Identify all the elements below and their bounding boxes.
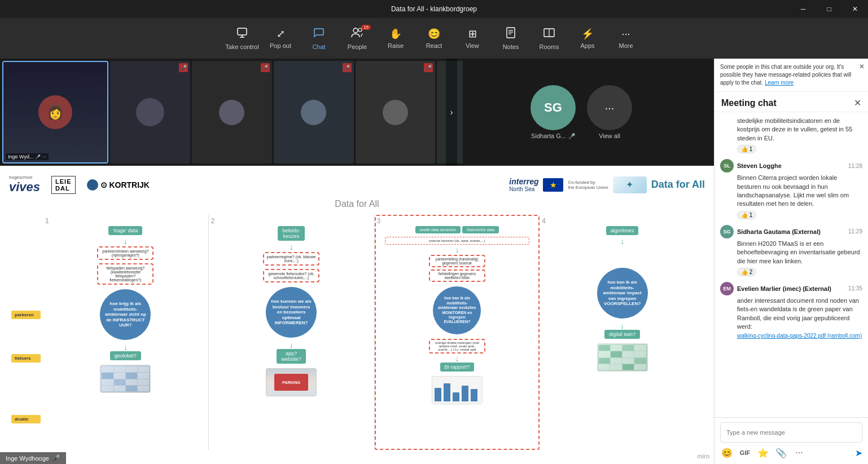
chat-button[interactable]: Chat <box>301 23 337 54</box>
view-all-participant[interactable]: ··· View all <box>587 85 632 139</box>
video-thumb-4[interactable]: 🎤 <box>274 61 354 163</box>
svg-point-3 <box>353 28 358 33</box>
col2-card: PARKING <box>266 368 317 396</box>
col4-map <box>598 344 647 371</box>
col3-text1: parkeertelling (handmatig) gegevens scan… <box>429 255 485 267</box>
rooms-icon <box>543 27 555 41</box>
pop-out-label: Pop out <box>270 42 291 49</box>
strip-nav-right[interactable]: › <box>446 59 457 166</box>
raise-icon: ✋ <box>389 28 402 40</box>
msg2-avatar: SL <box>720 159 734 173</box>
label-parkeren: parkeren <box>11 311 41 319</box>
chat-input[interactable] <box>720 422 862 443</box>
speaker-label: Inge Wydhooge 🎤 <box>0 452 66 464</box>
video-thumb-3[interactable]: 🎤 <box>192 61 272 163</box>
emoji-button[interactable]: 😊 <box>720 446 734 459</box>
chat-icon <box>313 27 325 41</box>
msg2-text: Binnen Citerra project worden lokale bes… <box>737 174 862 209</box>
flow-col-2: 2 beleids-keuzes ↓ parkeerregime? (vb. b… <box>209 215 375 450</box>
chat-input-area: 😊 GIF ⭐ 📎 ··· ➤ <box>714 417 868 464</box>
minimize-button[interactable]: ─ <box>790 0 816 18</box>
col1-bottom: geoloket? <box>110 351 141 360</box>
col3-headers: snelle data sensoren historische data <box>377 226 538 236</box>
arrow-col1: ↓ <box>124 237 128 245</box>
take-control-button[interactable]: Take control <box>224 23 260 54</box>
chat-header: Meeting chat ✕ <box>714 92 868 112</box>
speaker-name: Inge Wydhooge <box>6 455 49 462</box>
sticker-button[interactable]: ⭐ <box>756 446 770 459</box>
msg4-text: ander interessant document rond noden va… <box>737 297 862 332</box>
rooms-label: Rooms <box>540 43 559 50</box>
col3-header1: snelle data sensoren <box>415 226 461 233</box>
msg3-reaction[interactable]: 👍 2 <box>737 268 756 276</box>
rooms-button[interactable]: Rooms <box>531 23 567 54</box>
msg4-time: 11:35 <box>848 285 862 291</box>
learn-more-link[interactable]: Learn more <box>765 79 794 86</box>
view-icon: ⊞ <box>468 28 477 40</box>
chat-close-button[interactable]: ✕ <box>854 98 861 108</box>
gif-button[interactable]: GIF <box>738 446 752 459</box>
msg3-sender: Sidharta Gautama (External) <box>737 228 821 235</box>
sidharta-mic-icon: 🎤 <box>568 133 575 139</box>
view-all-label: View all <box>599 132 620 139</box>
msg3-header: SG Sidharta Gautama (External) 11:29 <box>720 225 862 238</box>
msg1-reaction[interactable]: 👍 1 <box>737 145 756 153</box>
muted-icon-2: 🎤 <box>179 63 188 72</box>
muted-icon-5: 🎤 <box>424 63 433 72</box>
col1-text2: fietspaden aanwezig? (kwaliteit/breedte … <box>97 263 154 285</box>
raise-button[interactable]: ✋ Raise <box>378 23 414 54</box>
chat-panel: Some people in this chat are outside you… <box>714 59 868 464</box>
participants-area: SG Sidharta G... 🎤 ··· View all <box>463 59 700 166</box>
notes-label: Notes <box>503 43 519 50</box>
col3-dashed: externe factoren (vb. weer, events,...) <box>385 237 529 245</box>
msg3-time: 11:29 <box>848 228 862 235</box>
window-title: Data for All - klankbordgroep <box>391 5 477 13</box>
chat-message-4: EM Evelien Marlier (imec) (External) 11:… <box>720 282 862 341</box>
col4-card <box>597 343 648 372</box>
notes-button[interactable]: Notes <box>493 23 529 54</box>
view-button[interactable]: ⊞ View <box>454 23 490 54</box>
col4-header: algoritmes <box>606 226 639 235</box>
attach-button[interactable]: 📎 <box>774 446 788 459</box>
logo-interreg: interreg North Sea ★ Co-funded by the Eu… <box>509 176 705 193</box>
people-label: People <box>348 43 367 50</box>
col3-num: 3 <box>377 217 381 225</box>
chat-message-1: stedelijke mobiliteitsindicatoren en de … <box>720 117 862 153</box>
col1-num: 1 <box>45 217 49 225</box>
msg2-reaction[interactable]: 👍 1 <box>737 211 756 219</box>
maximize-button[interactable]: □ <box>816 0 842 18</box>
video-thumb-5[interactable]: 🎤 <box>356 61 436 163</box>
participant-sidharta[interactable]: SG Sidharta G... 🎤 <box>531 85 576 139</box>
apps-button[interactable]: ⚡ Apps <box>569 23 606 54</box>
react-icon: 😊 <box>428 28 440 40</box>
col2-circle: hoe kunnen we als bestuur inwoners en be… <box>266 287 317 338</box>
main-content: hogeschool vives LEIEDAL ⊙ KORTRIJK inte… <box>0 166 714 464</box>
mic-on-icon: 🎤 <box>35 154 41 160</box>
people-badge: 15 <box>361 25 371 30</box>
msg4-link[interactable]: walking-cycling-data-gaps-2022.pdf (ramb… <box>737 332 862 340</box>
chat-message-2: SL Steven Logghe 11:28 Binnen Citerra pr… <box>720 159 862 219</box>
people-button[interactable]: 15 People <box>339 23 375 54</box>
video-thumb-inge[interactable]: 👩 Inge Wyd... 🎤 ··· <box>2 61 108 163</box>
send-button[interactable]: ➤ <box>855 448 862 458</box>
notes-icon <box>506 27 516 41</box>
react-button[interactable]: 😊 React <box>416 23 452 54</box>
col1-circle: hoe krijg ik als mobiliteits-ambtenaar z… <box>100 289 151 340</box>
col2-text2: gewenste fietsroutes? (vb. schoolfietsro… <box>263 269 319 282</box>
col1-map <box>100 365 150 392</box>
apps-icon: ⚡ <box>581 28 594 40</box>
msg1-text: stedelijke mobiliteitsindicatoren en de … <box>737 117 862 143</box>
close-button[interactable]: ✕ <box>842 0 868 18</box>
video-name-inge: Inge Wyd... 🎤 ··· <box>6 153 49 160</box>
more-options-button[interactable]: ··· <box>792 446 806 459</box>
video-thumb-2[interactable]: 🎤 <box>110 61 190 163</box>
more-button[interactable]: ··· More <box>608 23 644 54</box>
flow-diagram: parkeren fietsers drukte 1 'trage' data … <box>9 215 705 450</box>
yellow-labels: parkeren fietsers drukte <box>9 215 43 450</box>
toolbar: Take control ⤢ Pop out Chat 15 People ✋ … <box>0 18 868 59</box>
msg4-avatar: EM <box>720 282 734 295</box>
chat-warning-close[interactable]: ✕ <box>859 62 865 72</box>
more-label: More <box>619 42 633 49</box>
pop-out-button[interactable]: ⤢ Pop out <box>262 23 299 54</box>
arrow-col2: ↓ <box>290 243 293 251</box>
